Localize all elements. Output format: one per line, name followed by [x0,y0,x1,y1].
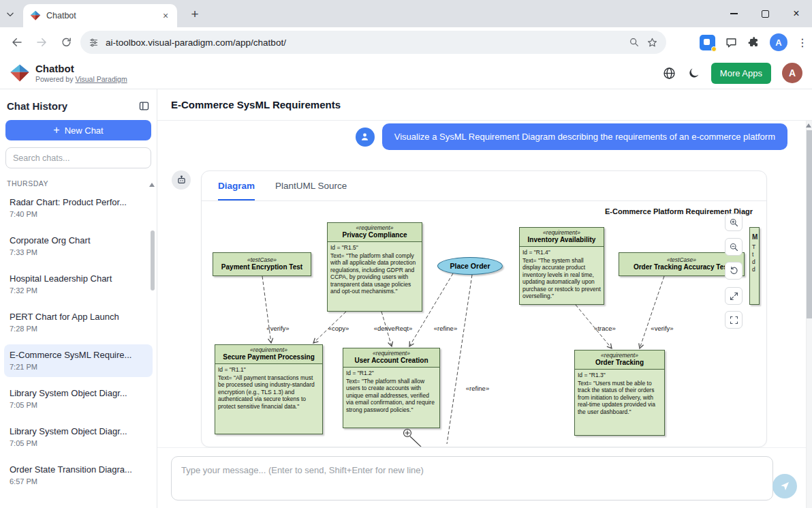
chat-history-item[interactable]: Library System Object Diagr... 7:05 PM [4,383,153,415]
address-bar[interactable]: ai-toolbox.visual-paradigm.com/app/chatb… [80,31,666,54]
message-input[interactable] [171,456,773,500]
browser-profile-avatar[interactable]: A [770,33,787,51]
send-button[interactable] [772,474,797,498]
edge-label-trace: «trace» [594,325,616,332]
bot-avatar-robot-icon [172,170,191,190]
edge-label-refine: «refine» [434,325,457,332]
node-text: Text= "Users must be able to track the s… [578,380,661,416]
chat-item-title: Library System Object Diagr... [10,388,147,399]
node-fragment: T [752,243,759,251]
main-scrollbar-up-arrow[interactable] [806,123,811,128]
expand-button[interactable] [725,287,743,305]
node-stereotype: «requirement» [521,229,602,236]
new-chat-button[interactable]: + New Chat [5,120,151,140]
node-text: Text= "All payment transactions must be … [218,374,319,410]
edge-label-copy: «copy» [328,325,349,332]
chat-item-time: 7:32 PM [10,286,147,295]
vp-extension-badge [711,46,717,52]
node-name: Privacy Compliance [329,231,420,239]
language-globe-icon[interactable] [662,66,676,80]
node-id: Id = "R1.5" [330,244,419,252]
new-chat-label: New Chat [65,125,104,136]
powered-by-line: Powered by Visual Paradigm [35,75,127,83]
chat-item-time: 7:05 PM [10,439,147,448]
usecase-node-place-order: Place Order [437,257,503,275]
chat-main-area: E-Commerce SysML Requirements Visualize … [157,89,812,508]
chat-item-time: 6:57 PM [10,477,147,486]
back-button[interactable] [7,32,27,53]
main-scrollbar[interactable] [807,130,812,318]
chat-extension-icon[interactable] [725,36,738,49]
tab-close-icon[interactable]: × [159,10,172,22]
chat-item-time: 7:33 PM [10,248,147,257]
zoom-indicator-icon[interactable] [629,37,640,48]
search-chats-input[interactable] [5,147,151,168]
fit-screen-button[interactable] [725,311,743,329]
app-header: Chatbot Powered by Visual Paradigm More … [0,57,812,89]
chat-history-item[interactable]: Hospital Leadership Chart 7:32 PM [4,268,153,301]
edge-label-derivereqt: «deriveReqt» [374,325,413,332]
chat-item-title: Library System Object Diagr... [10,426,147,437]
url-text: ai-toolbox.visual-paradigm.com/app/chatb… [106,38,622,48]
node-stereotype: «requirement» [345,350,438,357]
node-stereotype: «requirement» [329,224,420,231]
window-maximize-button[interactable] [749,0,781,27]
node-text: Text= "The platform shall allow users to… [346,378,437,414]
tab-plantuml-source[interactable]: PlantUML Source [275,181,347,200]
page-title: E-Commerce SysML Requirements [157,89,812,121]
new-tab-button[interactable]: + [187,6,203,23]
app-user-avatar[interactable]: A [782,63,802,83]
sidebar-scrollbar[interactable] [151,230,155,290]
zoom-out-button[interactable] [725,238,743,256]
window-close-button[interactable]: × [781,0,812,27]
browser-menu-kebab-icon[interactable]: ⋮ [797,36,807,49]
node-stereotype: «requirement» [217,346,321,353]
main-scrollbar-track[interactable] [806,121,812,508]
visual-paradigm-link[interactable]: Visual Paradigm [75,75,127,83]
plus-icon: + [53,125,59,136]
browser-tab-strip: Chatbot × + × [0,0,812,27]
node-name: Payment Encryption Test [215,263,309,271]
vp-extension-glyph [704,39,710,45]
chat-history-item[interactable]: Order State Transition Diagra... 6:57 PM [4,459,153,492]
paper-plane-icon [779,481,790,492]
tab-diagram[interactable]: Diagram [218,181,255,200]
chat-history-item-selected[interactable]: E-Commerce SysML Require... 7:21 PM [4,344,153,377]
site-settings-tune-icon[interactable] [89,38,99,48]
maximize-icon [762,10,769,18]
more-apps-button[interactable]: More Apps [711,63,771,84]
zoom-in-button[interactable] [725,213,743,231]
chat-item-time: 7:21 PM [10,363,147,372]
bookmark-star-icon[interactable] [646,37,658,48]
requirement-node-privacy-compliance: «requirement» Privacy Compliance Id = "R… [327,222,422,312]
diagram-viewport[interactable]: E-Commerce Platform Requirement Diagr [202,201,766,447]
response-card: Diagram PlantUML Source E-Commerce Platf… [201,170,767,447]
collapse-sidebar-icon[interactable] [138,100,150,112]
requirement-node-user-account-creation: «requirement» User Account Creation Id =… [343,348,440,428]
chat-history-item[interactable]: Library System Object Diagr... 7:05 PM [4,421,153,453]
dark-mode-moon-icon[interactable] [687,67,700,80]
node-text: Text= "The platform shall comply with al… [330,252,419,295]
tab-search-chevron-icon[interactable] [5,10,18,19]
reload-button[interactable] [56,32,76,53]
forward-button[interactable] [31,32,52,53]
chat-history-item[interactable]: Corporate Org Chart 7:33 PM [4,230,153,263]
node-text: Text= "The system shall display accurate… [522,257,601,300]
chat-history-item[interactable]: Radar Chart: Product Perfor... 7:40 PM [4,192,153,224]
chat-history-sidebar: Chat History + New Chat THURSDAY Radar C… [0,89,157,508]
vp-extension-icon[interactable] [700,35,715,50]
node-stereotype: «requirement» [576,352,663,359]
node-id: Id = "R1.3" [578,372,661,379]
chat-item-title: Corporate Org Chart [10,235,147,246]
chat-item-title: Order State Transition Diagra... [10,464,147,475]
node-name: User Account Creation [345,357,438,365]
window-minimize-button[interactable] [718,0,749,27]
extensions-puzzle-icon[interactable] [747,36,760,49]
sidebar-scrollbar-up-arrow[interactable] [149,183,155,187]
edge-label-verify-2: «verify» [651,325,673,332]
requirement-node-secure-payment-processing: «requirement» Secure Payment Processing … [215,344,323,434]
node-stereotype: «testCase» [621,256,743,263]
browser-tab[interactable]: Chatbot × [23,4,177,27]
chat-history-item[interactable]: PERT Chart for App Launch 7:28 PM [4,306,153,339]
reset-view-button[interactable] [725,262,743,280]
